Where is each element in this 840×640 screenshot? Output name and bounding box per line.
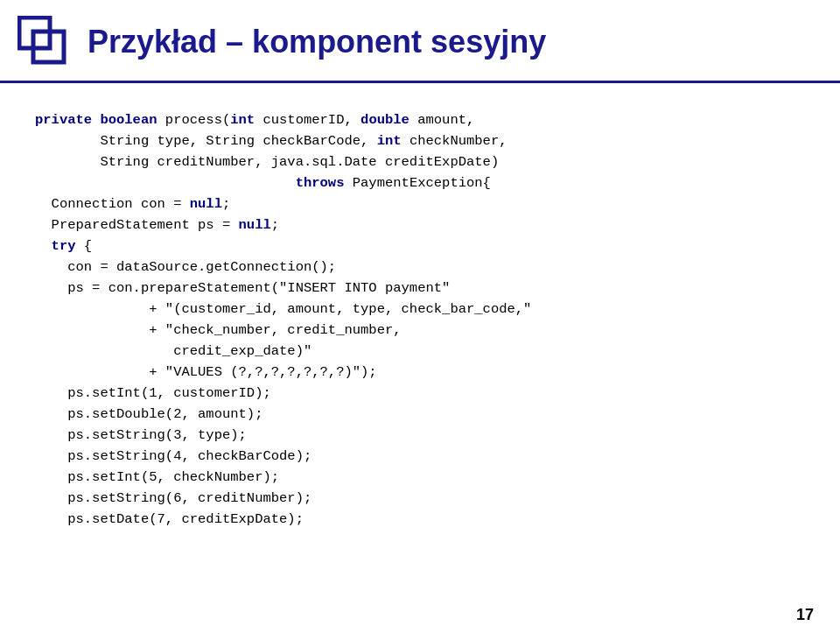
code-line-19: ps.setString(6, creditNumber); [35,488,805,509]
code-line-20: ps.setDate(7, creditExpDate); [35,509,805,530]
code-line-11: + "check_number, credit_number, [35,320,805,341]
code-line-16: ps.setString(3, type); [35,425,805,446]
code-line-5: Connection con = null; [35,193,805,215]
code-line-6: PreparedStatement ps = null; [35,215,805,236]
code-line-13: + "VALUES (?,?,?,?,?,?,?)"); [35,362,805,383]
code-line-8: con = dataSource.getConnection(); [35,257,805,278]
code-block: private boolean process(int customerID, … [35,109,805,530]
code-line-14: ps.setInt(1, customerID); [35,383,805,404]
code-line-9: ps = con.prepareStatement("INSERT INTO p… [35,278,805,299]
slide-header: Przykład – komponent sesyjny [0,0,840,83]
logo [18,16,70,68]
code-line-3: String creditNumber, java.sql.Date credi… [35,151,805,172]
page-number: 17 [796,606,814,624]
code-line-12: credit_exp_date)" [35,341,805,362]
code-line-1: private boolean process(int customerID, … [35,109,805,130]
code-line-2: String type, String checkBarCode, int ch… [35,130,805,151]
slide-title: Przykład – komponent sesyjny [88,24,546,60]
code-line-18: ps.setInt(5, checkNumber); [35,467,805,488]
code-line-10: + "(customer_id, amount, type, check_bar… [35,299,805,320]
slide-content: private boolean process(int customerID, … [0,83,840,547]
code-line-4: throws PaymentException{ [35,172,805,193]
code-line-7: try { [35,236,805,257]
code-line-17: ps.setString(4, checkBarCode); [35,446,805,467]
code-line-15: ps.setDouble(2, amount); [35,404,805,425]
